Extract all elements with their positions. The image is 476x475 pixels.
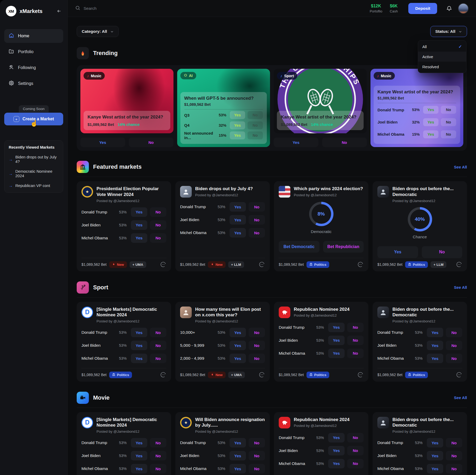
market-card[interactable]: Biden drops out before the... Democratic… [373,412,467,475]
see-all-link[interactable]: See All [454,285,467,290]
no-button[interactable]: No [322,138,367,147]
no-button[interactable]: No [150,233,166,243]
yes-button[interactable]: Yes [80,138,125,147]
yes-button[interactable]: Yes [230,111,245,119]
no-button[interactable]: No [150,451,166,460]
yes-button[interactable]: Yes [427,464,443,473]
bet-yes-button[interactable]: Yes [377,246,418,258]
no-button[interactable]: No [249,438,265,447]
yes-button[interactable]: Yes [230,121,245,129]
no-button[interactable]: No [446,354,462,363]
no-button[interactable]: No [249,464,265,473]
deposit-button[interactable]: Deposit [408,3,437,14]
no-button[interactable]: No [446,341,462,350]
no-button[interactable]: No [347,459,364,468]
no-button[interactable]: No [446,451,462,460]
no-button[interactable]: No [150,438,166,447]
no-button[interactable]: No [446,464,462,473]
recent-market-link[interactable]: → Republican VP cont [9,183,59,188]
yes-button[interactable]: Yes [230,228,246,238]
market-card[interactable]: How many times will Elon post on x.com t… [175,302,270,382]
comment-icon[interactable] [357,372,364,378]
recent-market-link[interactable]: → Biden drops out by July 4? [9,155,59,164]
yes-button[interactable]: Yes [328,446,345,455]
no-button[interactable]: No [347,323,364,332]
yes-button[interactable]: Yes [328,459,345,468]
yes-button[interactable]: Yes [328,433,345,442]
yes-button[interactable]: Yes [230,328,246,337]
yes-button[interactable]: Yes [131,341,147,350]
yes-button[interactable]: Yes [230,341,246,350]
no-button[interactable]: No [347,336,364,345]
yes-button[interactable]: Yes [131,438,147,447]
comment-icon[interactable] [160,372,166,378]
yes-button[interactable]: Yes [131,354,147,363]
status-option-all[interactable]: All ✓ [418,42,466,52]
sidebar-item-portfolio[interactable]: Portfolio [4,45,63,59]
sidebar-item-following[interactable]: Following [4,61,63,75]
market-card[interactable]: Biden drops out before the... Democratic… [373,181,467,271]
comment-icon[interactable] [456,261,462,268]
no-button[interactable]: No [129,138,173,147]
no-button[interactable]: No [249,202,265,212]
no-button[interactable]: No [441,130,456,138]
yes-button[interactable]: Yes [328,336,345,345]
recent-market-link[interactable]: → Democratic Nominee 2024 [9,169,59,178]
market-card[interactable]: Republican Nominee 2024Posted by @Jamesb… [274,302,368,382]
yes-button[interactable]: Yes [131,464,147,473]
no-button[interactable]: No [248,121,263,129]
no-button[interactable]: No [441,118,456,126]
yes-button[interactable]: Yes [131,451,147,460]
yes-button[interactable]: Yes [230,464,246,473]
yes-button[interactable]: Yes [230,354,246,363]
no-button[interactable]: No [249,451,265,460]
market-card[interactable]: Republican Nominee 2024Posted by @Jamesb… [274,412,368,475]
create-market-button[interactable]: + Create a Market ☝ [4,113,63,125]
yes-button[interactable]: Yes [427,341,443,350]
notification-bell-icon[interactable] [446,5,452,11]
market-card[interactable]: Which party wins 2024 election?Posted by… [274,181,368,271]
no-button[interactable]: No [150,341,166,350]
comment-icon[interactable] [357,261,364,268]
no-button[interactable]: No [150,354,166,363]
status-option-resolved[interactable]: Resolved [418,62,466,72]
no-button[interactable]: No [249,228,265,238]
market-card[interactable]: Biden drops out by July 4?Posted by @Jam… [175,181,270,271]
yes-button[interactable]: Yes [131,233,147,243]
no-button[interactable]: No [150,207,166,217]
market-card[interactable]: D[Single Markets] Democratic Nominee 202… [77,302,171,382]
bet-yes-button[interactable]: Bet Democratic [279,241,319,253]
yes-button[interactable]: Yes [131,220,147,230]
yes-button[interactable]: Yes [230,215,246,225]
yes-button[interactable]: Yes [427,328,443,337]
trending-card[interactable]: ♪ Music Kanye West artist of the year 20… [80,69,173,147]
no-button[interactable]: No [150,220,166,230]
comment-icon[interactable] [259,372,265,378]
market-card[interactable]: ★Presidential Election Popular Vote Winn… [77,181,171,271]
collapse-sidebar-icon[interactable] [56,8,62,14]
no-button[interactable]: No [347,433,364,442]
yes-button[interactable]: Yes [423,106,438,114]
search-bar[interactable] [75,5,366,12]
bet-no-button[interactable]: No [422,246,463,258]
yes-button[interactable]: Yes [230,131,245,139]
yes-button[interactable]: Yes [423,130,438,138]
no-button[interactable]: No [249,341,265,350]
no-button[interactable]: No [446,438,462,447]
yes-button[interactable]: Yes [131,207,147,217]
yes-button[interactable]: Yes [230,202,246,212]
no-button[interactable]: No [150,328,166,337]
trending-card[interactable]: AI When will GPT-5 be announced? $1,089,… [177,69,270,147]
trending-card[interactable]: THE CHAMPIONSHIPS ♪ Sport [274,69,367,147]
comment-icon[interactable] [259,261,265,268]
yes-button[interactable]: Yes [423,118,438,126]
market-card[interactable]: ★Will Biden announce resignation by July… [175,412,270,475]
search-input[interactable] [84,6,195,11]
category-filter-dropdown[interactable]: Category: All [77,26,119,37]
no-button[interactable]: No [249,328,265,337]
yes-button[interactable]: Yes [230,438,246,447]
status-option-active[interactable]: Active [418,52,466,62]
yes-button[interactable]: Yes [427,438,443,447]
comment-icon[interactable] [456,372,462,378]
comment-icon[interactable] [160,261,166,268]
